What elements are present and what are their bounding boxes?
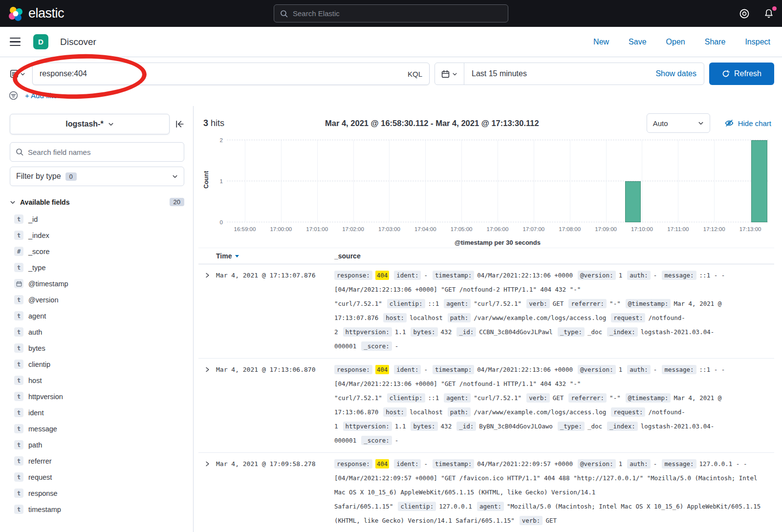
expand-row-icon[interactable]: [198, 268, 216, 353]
field-item-referrer[interactable]: treferrer: [10, 453, 184, 469]
menu-icon[interactable]: [10, 38, 21, 46]
field-item-_type[interactable]: t_type: [10, 259, 184, 276]
refresh-button[interactable]: Refresh: [709, 63, 774, 85]
field-value: -: [653, 366, 657, 373]
field-name: bytes: [28, 344, 45, 352]
field-item-message[interactable]: tmessage: [10, 421, 184, 437]
x-tick-label: 17:03:00: [378, 226, 400, 232]
field-value: ::1: [428, 394, 439, 402]
field-item-httpversion[interactable]: thttpversion: [10, 388, 184, 404]
field-item-bytes[interactable]: tbytes: [10, 340, 184, 356]
notifications-icon[interactable]: [763, 8, 774, 19]
discover-app-badge[interactable]: D: [33, 34, 48, 49]
query-input-wrap: KQL: [32, 63, 430, 85]
nav-menu-open[interactable]: Open: [666, 38, 685, 46]
x-gridline: [317, 140, 318, 222]
field-key-chip: host:: [383, 313, 407, 322]
field-value: -: [653, 460, 657, 468]
date-picker-menu-button[interactable]: [435, 63, 464, 85]
field-item-@timestamp[interactable]: @timestamp: [10, 276, 184, 292]
show-dates-button[interactable]: Show dates: [655, 69, 704, 78]
time-range-button[interactable]: Last 15 minutes: [464, 69, 527, 78]
field-key-chip: timestamp:: [433, 459, 474, 468]
field-item-request[interactable]: trequest: [10, 469, 184, 485]
field-value: 127.0.0.1: [439, 503, 472, 510]
content: logstash-* Filter by type 0: [0, 106, 782, 532]
field-name: host: [28, 377, 42, 384]
field-value: 404: [375, 271, 390, 280]
field-name: clientip: [28, 361, 50, 368]
field-search[interactable]: [10, 142, 184, 162]
search-icon: [280, 10, 288, 18]
nav-menu-share[interactable]: Share: [705, 38, 726, 46]
histogram-bar[interactable]: [751, 140, 767, 222]
global-search[interactable]: [274, 4, 508, 22]
table-row: Mar 4, 2021 @ 17:13:07.876response:404id…: [198, 264, 774, 359]
available-fields-header[interactable]: Available fields 20: [10, 198, 184, 206]
table-row: Mar 4, 2021 @ 17:09:58.278response:404id…: [198, 453, 774, 532]
doc-source: response:404ident:-timestamp:04/Mar/2021…: [334, 268, 774, 353]
field-item-timestamp[interactable]: ttimestamp: [10, 501, 184, 517]
field-item-_index[interactable]: t_index: [10, 227, 184, 243]
interval-select[interactable]: Auto: [647, 113, 710, 133]
field-type-string-icon: t: [14, 505, 23, 514]
query-input[interactable]: [40, 69, 402, 78]
y-axis-title: Count: [203, 171, 210, 189]
hide-chart-button[interactable]: Hide chart: [725, 119, 771, 128]
filter-icon[interactable]: [9, 91, 18, 100]
field-search-input[interactable]: [28, 148, 178, 156]
field-key-chip: _index:: [607, 422, 638, 431]
histogram-bar[interactable]: [625, 181, 641, 222]
field-key-chip: _type:: [558, 327, 585, 337]
x-gridline: [714, 140, 715, 222]
field-item-@version[interactable]: t@version: [10, 292, 184, 308]
field-name: _index: [28, 232, 49, 239]
column-header-time[interactable]: Time: [216, 252, 334, 260]
field-key-chip: auth:: [627, 271, 651, 280]
field-type-date-icon: [14, 279, 23, 288]
field-item-response[interactable]: tresponse: [10, 485, 184, 501]
field-key-chip: _id:: [456, 422, 476, 431]
hits-count: 3 hits: [203, 118, 224, 128]
field-key-chip: httpversion:: [343, 422, 392, 431]
field-key-chip: _score:: [361, 341, 392, 351]
hits-label: hits: [211, 118, 224, 128]
nav-menu-inspect[interactable]: Inspect: [745, 38, 770, 46]
expand-row-icon[interactable]: [198, 457, 216, 528]
field-item-host[interactable]: thost: [10, 372, 184, 388]
filter-by-type-button[interactable]: Filter by type 0: [10, 167, 184, 186]
field-item-agent[interactable]: tagent: [10, 308, 184, 324]
refresh-button-label: Refresh: [734, 69, 761, 78]
doc-time: Mar 4, 2021 @ 17:13:06.870: [216, 362, 334, 447]
field-type-string-icon: t: [14, 489, 23, 498]
type-filter-count-badge: 0: [65, 172, 77, 181]
elastic-logo[interactable]: elastic: [8, 6, 64, 21]
saved-queries-button[interactable]: [8, 69, 27, 78]
x-axis-title: @timestamp per 30 seconds: [227, 239, 768, 246]
field-key-chip: verb:: [526, 393, 550, 403]
doc-time: Mar 4, 2021 @ 17:09:58.278: [216, 457, 334, 528]
global-search-input[interactable]: [293, 9, 502, 18]
x-tick-label: 17:10:00: [631, 226, 653, 232]
field-value: _doc: [587, 423, 602, 430]
add-filter-button[interactable]: + Add filter: [25, 91, 60, 100]
field-item-_id[interactable]: t_id: [10, 211, 184, 227]
field-item-ident[interactable]: tident: [10, 404, 184, 421]
field-item-_score[interactable]: #_score: [10, 243, 184, 259]
field-item-path[interactable]: tpath: [10, 437, 184, 453]
query-language-button[interactable]: KQL: [402, 70, 422, 78]
nav-menu-new[interactable]: New: [593, 38, 609, 46]
brand-text: elastic: [28, 6, 64, 21]
expand-row-icon[interactable]: [198, 362, 216, 447]
collapse-sidebar-icon[interactable]: [175, 120, 184, 128]
nav-menu-save[interactable]: Save: [629, 38, 646, 46]
field-key-chip: auth:: [627, 459, 651, 468]
field-item-clientip[interactable]: tclientip: [10, 356, 184, 372]
field-type-string-icon: t: [14, 376, 23, 385]
deployment-icon[interactable]: [739, 8, 750, 19]
field-value: localhost: [410, 314, 443, 321]
field-item-auth[interactable]: tauth: [10, 324, 184, 340]
index-pattern-select[interactable]: logstash-*: [10, 114, 170, 134]
field-type-string-icon: t: [14, 231, 23, 240]
field-value: "curl/7.52.1": [474, 300, 521, 307]
